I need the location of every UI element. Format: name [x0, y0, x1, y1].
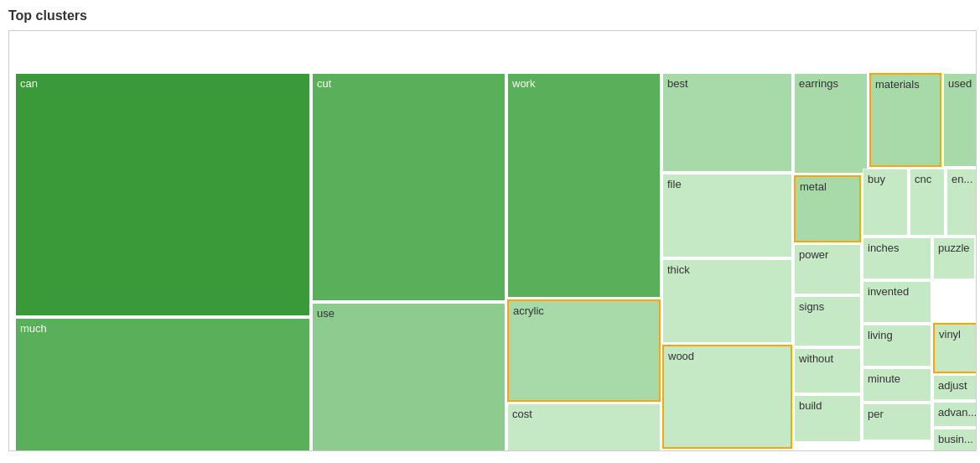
cluster-cell-earrings[interactable]: earrings — [794, 73, 868, 174]
cluster-cell-can[interactable]: can — [15, 73, 310, 316]
cluster-label-busin: busin... — [938, 433, 973, 445]
cluster-label-cnc: cnc — [915, 173, 931, 185]
cluster-cell-wood[interactable]: wood — [662, 345, 792, 449]
cluster-cell-power[interactable]: power — [794, 244, 861, 294]
cluster-label-puzzle: puzzle — [938, 242, 970, 254]
cluster-label-cut: cut — [317, 77, 331, 90]
cluster-label-materials: materials — [875, 78, 920, 91]
cluster-label-without: without — [799, 352, 833, 365]
cluster-cell-thick[interactable]: thick — [662, 259, 792, 343]
cluster-cell-busin[interactable]: busin... — [933, 429, 977, 451]
cluster-label-cost: cost — [512, 408, 532, 420]
cluster-label-much: much — [20, 322, 47, 335]
cluster-label-en: en... — [951, 173, 972, 185]
cluster-label-inches: inches — [868, 242, 900, 254]
treemap: canmuchcutuseworkacryliccostbestfilethic… — [8, 30, 977, 451]
cluster-label-buy: buy — [868, 173, 885, 185]
cluster-cell-puzzle[interactable]: puzzle — [933, 237, 975, 279]
cluster-cell-living[interactable]: living — [863, 325, 931, 367]
cluster-cell-advan[interactable]: advan... — [933, 402, 977, 427]
cluster-cell-work[interactable]: work — [507, 73, 661, 298]
cluster-label-file: file — [667, 178, 682, 190]
cluster-cell-without[interactable]: without — [794, 348, 861, 393]
cluster-label-advan: advan... — [938, 406, 977, 419]
cluster-label-best: best — [667, 77, 688, 90]
cluster-label-metal: metal — [800, 180, 827, 193]
cluster-label-invented: invented — [868, 285, 909, 298]
cluster-label-vinyl: vinyl — [939, 328, 961, 341]
cluster-cell-cost[interactable]: cost — [507, 403, 661, 451]
cluster-cell-adjust[interactable]: adjust — [933, 375, 977, 400]
page-title: Top clusters — [8, 8, 972, 23]
cluster-cell-signs[interactable]: signs — [794, 296, 861, 346]
cluster-cell-used[interactable]: used — [943, 73, 977, 167]
cluster-label-thick: thick — [667, 263, 690, 276]
cluster-label-build: build — [799, 399, 822, 412]
cluster-label-earrings: earrings — [799, 77, 838, 90]
cluster-cell-metal[interactable]: metal — [794, 175, 861, 242]
cluster-label-work: work — [512, 77, 535, 90]
cluster-label-wood: wood — [668, 350, 694, 362]
cluster-cell-cut[interactable]: cut — [312, 73, 506, 301]
cluster-cell-en[interactable]: en... — [946, 169, 977, 236]
cluster-label-can: can — [20, 77, 38, 90]
cluster-label-power: power — [799, 248, 828, 261]
cluster-label-signs: signs — [799, 300, 824, 313]
cluster-cell-invented[interactable]: invented — [863, 281, 931, 323]
cluster-cell-minute[interactable]: minute — [863, 368, 931, 402]
cluster-label-adjust: adjust — [938, 379, 967, 392]
cluster-cell-vinyl[interactable]: vinyl — [933, 323, 977, 373]
cluster-label-minute: minute — [868, 372, 900, 385]
cluster-cell-inches[interactable]: inches — [863, 237, 931, 279]
cluster-label-used: used — [948, 77, 972, 90]
cluster-cell-best[interactable]: best — [662, 73, 792, 172]
cluster-cell-much[interactable]: much — [15, 318, 310, 451]
cluster-cell-build[interactable]: build — [794, 395, 861, 442]
cluster-label-use: use — [317, 307, 334, 320]
cluster-cell-file[interactable]: file — [662, 174, 792, 258]
cluster-cell-co2[interactable]: co2 — [662, 450, 792, 451]
cluster-label-acrylic: acrylic — [513, 304, 544, 317]
cluster-cell-buy[interactable]: buy — [863, 169, 908, 236]
cluster-cell-acrylic[interactable]: acrylic — [507, 299, 661, 402]
cluster-cell-cnc[interactable]: cnc — [910, 169, 945, 236]
cluster-label-per: per — [868, 408, 884, 420]
cluster-label-living: living — [868, 329, 893, 341]
cluster-cell-per[interactable]: per — [863, 403, 931, 440]
cluster-cell-use[interactable]: use — [312, 303, 506, 451]
cluster-cell-materials[interactable]: materials — [869, 73, 941, 167]
